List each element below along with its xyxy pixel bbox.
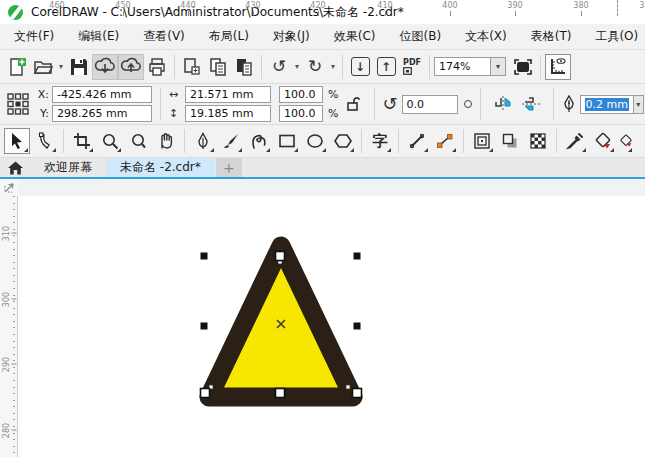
menu-table[interactable]: 表格(T) [519,24,584,49]
object-width-field[interactable]: 21.571 mm [185,86,271,103]
menu-file[interactable]: 文件(F) [2,24,66,49]
ellipse-tool[interactable] [302,128,328,154]
toolbar-separator [261,55,262,79]
tab-untitled-document[interactable]: 未命名 -2.cdr* [106,158,215,177]
cloud-upload-button[interactable] [118,54,144,80]
contour-tool[interactable] [469,128,495,154]
propbar-separator [480,88,481,120]
zoom-level-combobox[interactable]: 174% ▾ [434,57,506,76]
coreldraw-logo-icon [8,5,23,20]
toolbox-separator [63,129,64,153]
mirror-vertical-icon [521,95,541,113]
export-button[interactable]: ↑ [373,54,399,80]
transparency-tool[interactable] [525,128,551,154]
propbar-separator [374,88,375,120]
rotation-angle-field[interactable]: 0.0 [402,95,458,114]
outline-width-value[interactable]: 0.2 mm [580,95,633,114]
scale-x-field[interactable]: 100.0 [279,86,323,103]
zoom-dropdown-button[interactable]: ▾ [490,57,506,76]
menu-effects[interactable]: 效果(C) [322,24,388,49]
publish-pdf-button[interactable]: PDF [399,54,425,80]
ruler-tick-label: 280 [2,419,11,443]
y-position-field[interactable]: 298.265 mm [52,105,152,122]
save-button[interactable] [66,54,92,80]
text-tool-icon: 字 [373,134,388,149]
cut-special-button[interactable] [179,54,205,80]
eyedropper-icon [566,132,584,150]
paste-button[interactable] [231,54,257,80]
degree-icon [464,100,472,108]
show-rulers-button[interactable] [545,54,571,80]
triangle-path[interactable] [209,246,353,397]
plus-icon: + [223,160,235,176]
toolbar-separator [174,55,175,79]
fullscreen-preview-button[interactable] [510,54,536,80]
lock-ratio-button[interactable] [340,91,366,117]
tab-welcome-screen[interactable]: 欢迎屏幕 [30,158,106,177]
print-icon [147,57,167,77]
ruler-origin-corner[interactable] [0,179,18,196]
object-width-icon: ↔ [169,89,182,100]
new-tab-button[interactable]: + [216,158,242,177]
menu-bitmaps[interactable]: 位图(B) [388,24,454,49]
mirror-horizontal-button[interactable] [490,91,516,117]
undo-dropdown-caret[interactable]: ▾ [292,62,302,71]
bspline-tool[interactable] [246,128,272,154]
curve-squiggle-icon [250,132,268,150]
drop-shadow-tool[interactable] [497,128,523,154]
menu-object[interactable]: 对象(J) [261,24,322,49]
home-icon [8,161,23,175]
open-dropdown-caret[interactable]: ▾ [56,62,66,71]
copy-button[interactable] [205,54,231,80]
import-button[interactable]: ↓ [347,54,373,80]
rotation-icon: ↺ [382,95,397,113]
warning-triangle-shape[interactable] [209,246,353,397]
home-button[interactable] [0,158,30,177]
new-document-button[interactable] [4,54,30,80]
zoom-out-tool[interactable] [125,128,151,154]
rectangle-tool[interactable] [274,128,300,154]
scale-y-field[interactable]: 100.0 [279,105,323,122]
text-tool[interactable]: 字 [367,128,393,154]
menu-edit[interactable]: 编辑(E) [66,24,131,49]
dimension-tool[interactable] [404,128,430,154]
object-height-icon: ↕ [169,108,182,119]
interactive-fill-tool[interactable] [590,128,616,154]
tab-label: 未命名 -2.cdr* [120,159,201,176]
cloud-download-button[interactable] [92,54,118,80]
open-folder-icon [33,57,53,77]
shape-tool[interactable] [32,128,58,154]
smart-fill-tool[interactable] [618,128,634,154]
zoom-level-value[interactable]: 174% [434,57,490,76]
mirror-vertical-button[interactable] [518,91,544,117]
open-button[interactable] [30,54,56,80]
export-icon: ↑ [377,57,396,76]
outline-width-dropdown-button[interactable]: ▾ [633,95,644,114]
vertical-ruler[interactable]: 310 300 290 280 [0,196,18,457]
eyedropper-tool[interactable] [562,128,588,154]
x-position-field[interactable]: -425.426 mm [52,86,152,103]
menu-tools[interactable]: 工具(O) [583,24,645,49]
zoom-tool[interactable] [97,128,123,154]
undo-button[interactable]: ↺ [266,54,292,80]
outline-width-combobox[interactable]: 0.2 mm ▾ [580,95,644,114]
crop-icon [73,132,91,150]
pen-tool[interactable] [190,128,216,154]
redo-dropdown-caret[interactable]: ▾ [328,62,338,71]
menu-view[interactable]: 查看(V) [131,24,197,49]
pick-tool[interactable] [4,128,30,154]
polygon-tool[interactable] [330,128,356,154]
artistic-media-tool[interactable] [218,128,244,154]
menu-layout[interactable]: 布局(L) [197,24,261,49]
drawing-layer [18,196,645,457]
pan-tool[interactable] [153,128,179,154]
menu-text[interactable]: 文本(X) [453,24,519,49]
connector-tool[interactable] [432,128,458,154]
print-button[interactable] [144,54,170,80]
crop-tool[interactable] [69,128,95,154]
toolbar-separator [429,55,430,79]
redo-button[interactable]: ↻ [302,54,328,80]
drawing-canvas[interactable] [18,196,645,457]
object-height-field[interactable]: 19.185 mm [185,105,271,122]
page-edge-marker [617,0,618,16]
